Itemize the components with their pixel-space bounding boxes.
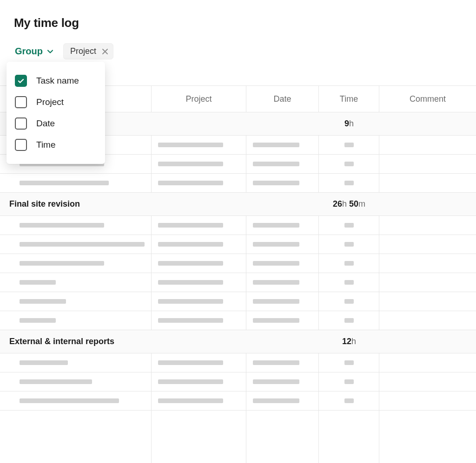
cell-project: [152, 235, 246, 254]
cell-task: [0, 273, 152, 292]
dropdown-option-label: Date: [36, 118, 55, 129]
cell-project: [152, 353, 246, 372]
table-row[interactable]: [0, 292, 476, 311]
cell-date: [246, 391, 319, 410]
cell-time: [319, 273, 379, 292]
cell-date: [246, 273, 319, 292]
chevron-down-icon: [46, 48, 54, 55]
cell-comment: [379, 136, 476, 154]
cell-project: [152, 372, 246, 391]
dropdown-option-time[interactable]: Time: [7, 134, 105, 156]
cell-time: [319, 372, 379, 391]
cell-comment: [379, 372, 476, 391]
cell-date: [246, 353, 319, 372]
checkbox-icon: [15, 139, 27, 151]
cell-project: [152, 292, 246, 311]
group-dropdown: Task name Project Date Time: [7, 62, 105, 164]
cell-time: [319, 136, 379, 154]
filter-chip-project[interactable]: Project: [63, 43, 113, 59]
cell-task: [0, 174, 152, 192]
cell-date: [246, 174, 319, 192]
cell-date: [246, 136, 319, 154]
dropdown-option-label: Task name: [36, 76, 79, 86]
cell-time: [319, 292, 379, 311]
cell-project: [152, 391, 246, 410]
table-row[interactable]: [0, 254, 476, 273]
cell-project: [152, 174, 246, 192]
cell-project: [152, 155, 246, 173]
cell-task: [0, 216, 152, 235]
cell-comment: [379, 216, 476, 235]
cell-task: [0, 353, 152, 372]
cell-time: [319, 155, 379, 173]
cell-project: [152, 311, 246, 330]
cell-time: [319, 391, 379, 410]
cell-project: [152, 254, 246, 273]
dropdown-option-label: Project: [36, 97, 64, 107]
cell-comment: [379, 254, 476, 273]
cell-project: [152, 273, 246, 292]
cell-comment: [379, 235, 476, 254]
cell-task: [0, 235, 152, 254]
cell-comment: [379, 391, 476, 410]
cell-date: [246, 155, 319, 173]
group-time: 9h: [319, 119, 379, 129]
cell-date: [246, 372, 319, 391]
cell-time: [319, 311, 379, 330]
dropdown-option-task-name[interactable]: Task name: [7, 70, 105, 91]
dropdown-option-date[interactable]: Date: [7, 113, 105, 134]
table-row[interactable]: [0, 235, 476, 254]
cell-task: [0, 292, 152, 311]
group-header[interactable]: Final site revision 26h 50m: [0, 193, 476, 216]
cell-comment: [379, 155, 476, 173]
toolbar: Group Project Task name Project: [0, 43, 476, 59]
checkbox-icon: [15, 96, 27, 108]
cell-time: [319, 254, 379, 273]
table-row[interactable]: [0, 174, 476, 193]
cell-comment: [379, 311, 476, 330]
cell-date: [246, 235, 319, 254]
dropdown-option-project[interactable]: Project: [7, 91, 105, 113]
group-name: External & internal reports: [0, 337, 319, 346]
cell-comment: [379, 292, 476, 311]
table-row[interactable]: [0, 391, 476, 411]
cell-comment: [379, 353, 476, 372]
group-time: 26h 50m: [319, 199, 379, 209]
cell-date: [246, 254, 319, 273]
col-header-time[interactable]: Time: [319, 86, 379, 112]
page-title: My time log: [0, 16, 476, 30]
cell-date: [246, 292, 319, 311]
dropdown-option-label: Time: [36, 140, 56, 150]
checkbox-icon: [15, 117, 27, 130]
empty-rows: [0, 411, 476, 463]
group-label: Group: [15, 46, 43, 57]
cell-time: [319, 353, 379, 372]
cell-task: [0, 391, 152, 410]
cell-date: [246, 311, 319, 330]
checkbox-icon: [15, 75, 27, 87]
close-icon[interactable]: [102, 48, 108, 55]
table-row[interactable]: [0, 311, 476, 330]
cell-project: [152, 136, 246, 154]
col-header-date[interactable]: Date: [246, 86, 319, 112]
chip-label: Project: [70, 46, 96, 56]
table-row[interactable]: [0, 273, 476, 292]
cell-comment: [379, 273, 476, 292]
cell-time: [319, 216, 379, 235]
cell-date: [246, 216, 319, 235]
table-row[interactable]: [0, 372, 476, 391]
cell-task: [0, 254, 152, 273]
table-row[interactable]: [0, 353, 476, 372]
cell-time: [319, 235, 379, 254]
cell-task: [0, 311, 152, 330]
table-row[interactable]: [0, 216, 476, 235]
cell-time: [319, 174, 379, 192]
cell-comment: [379, 174, 476, 192]
col-header-comment[interactable]: Comment: [379, 86, 476, 112]
group-button[interactable]: Group: [12, 44, 57, 59]
group-time: 12h: [319, 337, 379, 346]
group-header[interactable]: External & internal reports 12h: [0, 330, 476, 353]
group-name: Final site revision: [0, 199, 319, 209]
col-header-project[interactable]: Project: [152, 86, 246, 112]
cell-project: [152, 216, 246, 235]
